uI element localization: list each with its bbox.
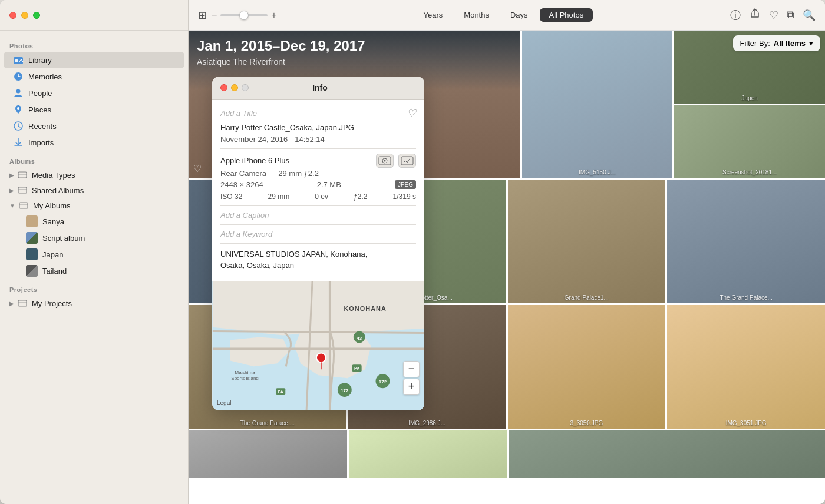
filter-bar: Filter By: All Items ▾ [733, 35, 820, 51]
svg-rect-10 [19, 203, 28, 208]
info-file-size: 2.7 MB [317, 180, 341, 189]
svg-point-3 [16, 89, 21, 94]
sanya-label: Sanya [42, 217, 64, 226]
info-divider-2 [220, 205, 416, 206]
map-zoom-out-button[interactable]: − [403, 361, 420, 377]
svg-point-16 [384, 160, 386, 161]
photo-cell[interactable]: The Grand Palace... [667, 180, 825, 303]
map-zoom-in-button[interactable]: + [403, 379, 420, 395]
grid-date-range: Jan 1, 2015–Dec 19, 2017 [197, 38, 512, 55]
view-toggle-button[interactable]: ⊞ [198, 9, 207, 22]
svg-text:43: 43 [357, 335, 362, 340]
favorite-button[interactable]: ♡ [769, 9, 778, 22]
add-title-placeholder: Add a Title [220, 109, 257, 118]
toolbar: ⊞ − + Years Months Days All Photos ⓘ [189, 0, 825, 31]
info-add-title-row: Add a Title ♡ [220, 107, 416, 120]
svg-text:PA: PA [354, 366, 359, 370]
svg-text:Maishima: Maishima [235, 370, 256, 375]
photo-cell[interactable] [509, 430, 825, 478]
sidebar-item-recents[interactable]: Recents [4, 118, 184, 134]
media-types-chevron: ▶ [9, 172, 14, 178]
shared-albums-header[interactable]: ▶ Shared Albums [4, 183, 184, 198]
info-iso: ISO 32 [220, 193, 242, 201]
projects-section-label: Projects [0, 279, 188, 296]
nav-all-photos[interactable]: All Photos [540, 8, 593, 22]
zoom-slider-track[interactable] [220, 14, 268, 16]
photo-cell[interactable]: 3_3050.JPG [508, 305, 666, 429]
svg-rect-12 [18, 300, 27, 306]
filter-button[interactable]: Filter By: All Items ▾ [733, 35, 820, 51]
map-zoom-controls: − + [403, 361, 420, 395]
media-types-header[interactable]: ▶ Media Types [4, 167, 184, 183]
tailand-label: Tailand [42, 267, 67, 276]
album-script[interactable]: Script album [4, 230, 184, 246]
zoom-slider-thumb[interactable] [239, 11, 249, 20]
filter-chevron-icon: ▾ [809, 39, 813, 48]
svg-text:KONOHANA: KONOHANA [344, 304, 386, 311]
photos-section-label: Photos [0, 35, 188, 52]
info-time: 14:52:14 [295, 135, 325, 144]
info-minimize-button[interactable] [231, 84, 238, 91]
sidebar-item-imports[interactable]: Imports [4, 134, 184, 151]
sanya-thumb [26, 215, 38, 227]
share-button[interactable] [749, 8, 761, 22]
info-map[interactable]: 43 PA PA 172 172 KONOHANA Maishima Sport… [212, 281, 424, 410]
svg-text:172: 172 [341, 388, 349, 393]
zoom-slider-area: − + [212, 10, 277, 21]
photo-cell[interactable]: Screenshot_20181... [674, 105, 825, 178]
shared-albums-label: Shared Albums [32, 186, 84, 195]
photo-label-grand3: The Grand Palace,... [189, 420, 346, 426]
main-content: ⊞ − + Years Months Days All Photos ⓘ [189, 0, 825, 504]
close-button[interactable] [9, 12, 16, 19]
my-albums-header[interactable]: ▼ My Albums [4, 198, 184, 213]
script-label: Script album [42, 234, 85, 243]
photo-cell[interactable] [349, 430, 507, 478]
nav-months[interactable]: Months [454, 8, 499, 22]
zoom-out-label: − [212, 10, 217, 21]
info-filename: Harry Potter Castle_Osaka, Japan.JPG [220, 122, 416, 134]
photo-cell[interactable]: IMG_5150.J... [522, 31, 673, 178]
sidebar-item-memories[interactable]: Memories [4, 68, 184, 85]
info-panel: Info Add a Title ♡ Harry Potter Castle_O… [212, 77, 424, 410]
maximize-button[interactable] [33, 12, 40, 19]
info-close-button[interactable] [220, 84, 227, 91]
info-camera-icons [376, 154, 416, 168]
info-heart-icon[interactable]: ♡ [407, 107, 416, 120]
svg-text:172: 172 [379, 379, 387, 384]
photo-cell[interactable]: IMG_3051.JPG [667, 305, 825, 429]
info-resolution: 2448 × 3264 [220, 180, 263, 189]
nav-years[interactable]: Years [414, 8, 453, 22]
toolbar-nav: Years Months Days All Photos [284, 8, 723, 22]
tailand-thumb [26, 265, 38, 277]
search-button[interactable]: 🔍 [803, 9, 816, 22]
photo-cell[interactable] [189, 430, 347, 478]
album-sanya[interactable]: Sanya [4, 213, 184, 230]
edit-button[interactable] [398, 154, 416, 168]
info-aperture: ƒ2.2 [354, 193, 367, 201]
sidebar-item-places[interactable]: Places [4, 101, 184, 118]
info-camera-name: Apple iPhone 6 Plus [220, 156, 289, 165]
toolbar-left: ⊞ − + [198, 9, 277, 22]
sidebar-item-people[interactable]: People [4, 85, 184, 101]
info-keyword-placeholder[interactable]: Add a Keyword [220, 230, 416, 238]
minimize-button[interactable] [21, 12, 28, 19]
svg-point-4 [17, 107, 19, 110]
info-panel-titlebar: Info [212, 77, 424, 100]
nav-days[interactable]: Days [501, 8, 537, 22]
info-caption-placeholder[interactable]: Add a Caption [220, 211, 416, 220]
sidebar-content: Photos Library M [0, 31, 188, 504]
layout-button[interactable]: ⧉ [787, 9, 794, 21]
raw-button[interactable] [376, 154, 394, 168]
album-japan[interactable]: Japan [4, 246, 184, 263]
info-button[interactable]: ⓘ [730, 8, 741, 22]
script-thumb [26, 232, 38, 244]
my-albums-label: My Albums [33, 201, 71, 210]
info-maximize-button[interactable] [242, 84, 249, 91]
sidebar-item-library[interactable]: Library [4, 52, 184, 68]
my-projects-header[interactable]: ▶ My Projects [4, 296, 184, 311]
map-legal-text[interactable]: Legal [217, 400, 231, 406]
info-exposure: 0 ev [315, 193, 328, 201]
album-tailand[interactable]: Tailand [4, 263, 184, 279]
photo-cell[interactable]: Grand Palace1... [508, 180, 666, 303]
map-legal-link[interactable]: Legal [217, 397, 231, 407]
